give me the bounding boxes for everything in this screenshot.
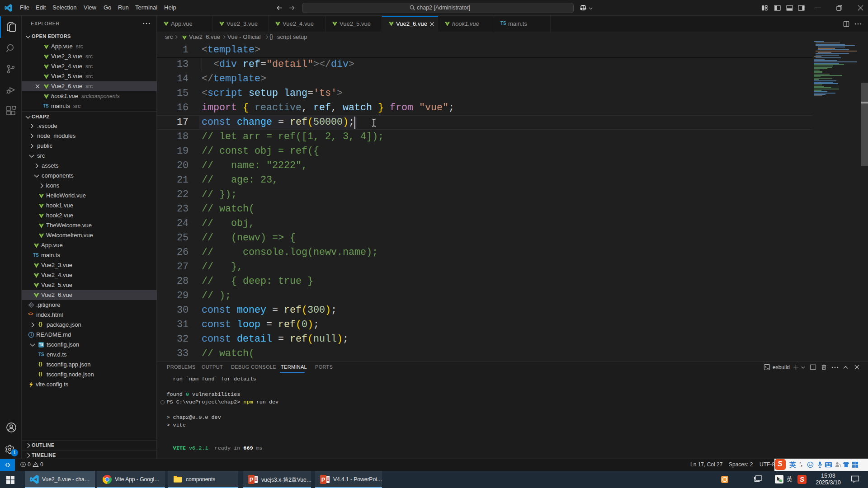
- svg-text:P: P: [250, 476, 254, 483]
- svg-text:P: P: [321, 476, 326, 483]
